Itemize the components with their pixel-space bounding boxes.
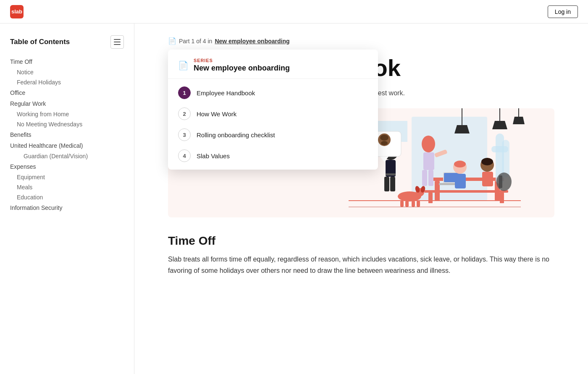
svg-rect-18 (428, 170, 433, 186)
toc-item-benefits[interactable]: Benefits (10, 129, 124, 140)
svg-marker-43 (454, 125, 470, 133)
svg-rect-35 (412, 201, 415, 207)
toc-item-information-security[interactable]: Information Security (10, 202, 124, 213)
menu-line-3 (114, 44, 121, 45)
svg-rect-50 (502, 140, 509, 178)
toc-item-guardian[interactable]: Guardian (Dental/Vision) (10, 151, 124, 161)
main-content: 📄 Part 1 of 4 in New employee onboarding… (134, 24, 588, 374)
toc-item-office[interactable]: Office (10, 87, 124, 98)
menu-line-2 (114, 42, 121, 42)
series-num-2: 2 (178, 107, 191, 120)
series-header-text: SERIES New employee onboarding (194, 58, 290, 73)
svg-marker-47 (513, 117, 525, 124)
series-item-label-4: Slab Values (197, 152, 230, 160)
series-title: New employee onboarding (194, 64, 290, 73)
login-button[interactable]: Log in (548, 5, 578, 18)
svg-point-28 (481, 158, 493, 165)
breadcrumb-series-link[interactable]: New employee onboarding (215, 38, 289, 44)
svg-rect-34 (405, 201, 409, 207)
svg-point-51 (496, 173, 512, 191)
series-dropdown-icon: 📄 (178, 60, 189, 71)
page-layout: Table of Contents Time Off Notice Federa… (0, 0, 588, 374)
series-dropdown-header: 📄 SERIES New employee onboarding (168, 50, 378, 79)
series-icon: 📄 (168, 37, 176, 45)
svg-rect-13 (390, 177, 395, 191)
svg-marker-45 (492, 121, 507, 129)
toc-title: Table of Contents (10, 38, 70, 46)
toc-item-working-from-home[interactable]: Working from Home (10, 109, 124, 119)
series-num-1: 1 (178, 86, 191, 99)
svg-rect-12 (384, 177, 389, 191)
breadcrumb-prefix: Part 1 of 4 in (179, 38, 212, 44)
toc-menu-button[interactable] (110, 35, 124, 49)
svg-point-40 (380, 135, 388, 141)
section-heading-time-off: Time Off (168, 234, 554, 248)
svg-rect-9 (500, 193, 504, 203)
toc-item-united-healthcare[interactable]: United Healthcare (Medical) (10, 140, 124, 151)
toc-item-federal-holidays[interactable]: Federal Holidays (10, 77, 124, 87)
svg-rect-8 (428, 193, 433, 203)
series-item-4[interactable]: 4 Slab Values (168, 145, 378, 166)
series-dropdown: 📄 SERIES New employee onboarding 1 Emplo… (168, 50, 378, 170)
menu-line-1 (114, 39, 121, 40)
header: slab Log in (0, 0, 588, 24)
series-num-3: 3 (178, 128, 191, 141)
section-text-time-off: Slab treats all forms time off equally, … (168, 254, 554, 276)
series-item-1[interactable]: 1 Employee Handbook (168, 82, 378, 103)
svg-rect-16 (423, 152, 434, 170)
toc-item-education[interactable]: Education (10, 192, 124, 202)
svg-point-15 (422, 136, 435, 152)
toc-item-notice[interactable]: Notice (10, 67, 124, 77)
toc-item-regular-work[interactable]: Regular Work (10, 98, 124, 109)
toc-item-equipment[interactable]: Equipment (10, 172, 124, 182)
series-item-label-3: Rolling onboarding checklist (197, 131, 275, 139)
series-items-list: 1 Employee Handbook 2 How We Work 3 Roll… (168, 79, 378, 170)
series-item-label-1: Employee Handbook (197, 89, 255, 97)
logo[interactable]: slab (10, 5, 24, 18)
series-item-2[interactable]: 2 How We Work (168, 103, 378, 124)
breadcrumb[interactable]: 📄 Part 1 of 4 in New employee onboarding… (168, 37, 554, 45)
toc-item-no-meeting-wednesdays[interactable]: No Meeting Wednesdays (10, 119, 124, 129)
svg-rect-52 (499, 175, 502, 188)
toc-item-time-off[interactable]: Time Off (10, 56, 124, 67)
svg-rect-17 (422, 170, 427, 186)
toc-header: Table of Contents (10, 35, 124, 49)
svg-rect-36 (417, 201, 420, 207)
toc-item-meals[interactable]: Meals (10, 182, 124, 192)
toc-item-expenses[interactable]: Expenses (10, 161, 124, 172)
svg-point-41 (381, 141, 388, 145)
svg-rect-14 (386, 173, 396, 175)
series-item-label-2: How We Work (197, 110, 236, 118)
series-item-3[interactable]: 3 Rolling onboarding checklist (168, 124, 378, 145)
series-label: SERIES (194, 58, 290, 63)
svg-rect-24 (455, 174, 466, 188)
svg-rect-7 (424, 190, 508, 193)
sidebar: Table of Contents Time Off Notice Federa… (0, 24, 134, 374)
series-num-4: 4 (178, 149, 191, 162)
svg-rect-27 (482, 172, 493, 186)
svg-point-25 (454, 161, 466, 167)
svg-rect-33 (400, 201, 404, 207)
